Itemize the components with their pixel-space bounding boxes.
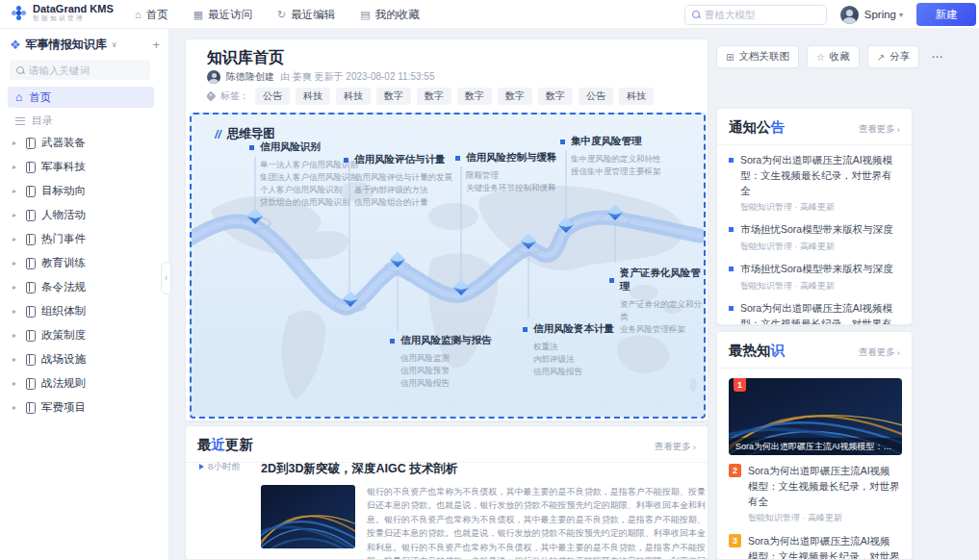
bullet-icon xyxy=(609,278,614,283)
hot-feature-caption: Sora为何出道即碾压主流AI视频模型：文生视频最... xyxy=(729,438,902,455)
sidebar-item-target-trends[interactable]: ▸目标动向 xyxy=(0,179,169,203)
tag-chip[interactable]: 公告 xyxy=(255,88,290,105)
rank-badge: 2 xyxy=(729,464,741,477)
sidebar-item-battlefield[interactable]: ▸战场设施 xyxy=(0,347,169,371)
tag-chip[interactable]: 数字 xyxy=(417,88,451,105)
sidebar-search[interactable] xyxy=(10,60,150,80)
more-button[interactable]: ⋯ xyxy=(927,45,947,68)
caret-icon[interactable]: ▸ xyxy=(13,163,20,171)
nav-home[interactable]: ⌂ 首页 xyxy=(135,8,168,22)
bullet-icon xyxy=(249,145,254,150)
rank-badge: 1 xyxy=(734,378,746,392)
notices-see-more[interactable]: 查看更多› xyxy=(859,123,900,136)
sidebar-collapse-button[interactable]: ‹ xyxy=(161,262,171,294)
bullet-icon xyxy=(560,140,565,144)
mindmap-topic[interactable]: 信用风险识别 单一法人客户信用风险识别 集团法人客户信用风险识别 个人客户信用风… xyxy=(249,140,358,209)
mindmap-topic[interactable]: 信用风险资本计量 权重法 内部评级法 信用风险报告 xyxy=(523,322,614,378)
caret-icon[interactable]: ▸ xyxy=(13,379,20,388)
nav-recent-visited[interactable]: ▦ 最近访问 xyxy=(193,8,252,22)
caret-icon[interactable]: ▸ xyxy=(13,259,20,267)
user-menu-chevron-icon[interactable]: ▾ xyxy=(899,11,903,19)
caret-icon[interactable]: ▸ xyxy=(13,403,20,412)
hot-header: 最热知识 查看更多› xyxy=(717,332,912,369)
sidebar-tree: ▸武器装备 ▸军事科技 ▸目标动向 ▸人物活动 ▸热门事件 ▸教育训练 ▸条令法… xyxy=(0,131,169,420)
sidebar-item-military-tech[interactable]: ▸军事科技 xyxy=(0,155,169,179)
hot-feature-thumbnail[interactable]: 1 Sora为何出道即碾压主流AI视频模型：文生视频最... xyxy=(729,378,902,455)
page-title: 知识库首页 xyxy=(207,48,284,68)
chevron-right-icon: › xyxy=(897,124,900,135)
rank-badge: 3 xyxy=(729,534,741,547)
sidebar-item-organization[interactable]: ▸组织体制 xyxy=(0,299,169,323)
nav-recent-edited[interactable]: ↻ 最近编辑 xyxy=(277,8,335,22)
notice-item[interactable]: 市场担忧Sora模型带来版权与深度智能知识管理 · 高峰更新 xyxy=(729,262,900,293)
nav-favorites[interactable]: ▤ 我的收藏 xyxy=(360,8,419,22)
tag-chip[interactable]: 数字 xyxy=(498,88,532,105)
hot-see-more[interactable]: 查看更多› xyxy=(859,346,900,359)
tag-chip[interactable]: 科技 xyxy=(296,88,330,105)
workspace-add-button[interactable]: + xyxy=(152,38,160,52)
recent-item-thumbnail[interactable] xyxy=(261,485,355,548)
notice-item[interactable]: 市场担忧Sora模型带来版权与深度智能知识管理 · 高峰更新 xyxy=(729,222,900,253)
mindmap-panel[interactable]: // 思维导图 xyxy=(190,113,706,419)
search-icon xyxy=(16,66,24,74)
sidebar-item-budget[interactable]: ▸军费项目 xyxy=(0,395,169,420)
bullet-icon xyxy=(729,227,734,232)
mindmap-topic[interactable]: 信用风险监测与报告 信用风险监测 信用风险预警 信用风险报告 xyxy=(390,334,492,390)
new-button[interactable]: 新建 xyxy=(916,3,976,26)
notice-item[interactable]: Sora为何出道即碾压主流AI视频模型：文生视频最长纪录，对世界有全智能知识管理… xyxy=(729,301,900,325)
recent-item-time: 8小时前 xyxy=(208,461,241,473)
tag-chip[interactable]: 数字 xyxy=(538,88,573,105)
mindmap-topic[interactable]: 资产证券化风险管理 资产证券化的定义和分类 业务风险管理框架 xyxy=(609,267,704,336)
tag-chip[interactable]: 数字 xyxy=(376,88,411,105)
user-avatar[interactable] xyxy=(840,6,859,24)
caret-icon[interactable]: ▸ xyxy=(13,139,20,147)
bullet-icon xyxy=(390,339,395,344)
doc-graph-button[interactable]: ⊞ 文档关联图 xyxy=(716,45,799,68)
hot-item[interactable]: 3 Sora为何出道即碾压主流AI视频模型：文生视频最长纪录，对世界有全智能知识… xyxy=(729,534,900,560)
caret-icon[interactable]: ▸ xyxy=(13,211,20,219)
tag-icon xyxy=(205,90,216,101)
sidebar-item-hot-events[interactable]: ▸热门事件 xyxy=(0,227,169,251)
workspace-cube-icon: ❖ xyxy=(10,38,21,52)
notice-item[interactable]: Sora为何出道即碾压主流AI视频模型：文生视频最长纪录，对世界有全智能知识管理… xyxy=(729,153,900,214)
nav-home-label: 首页 xyxy=(146,8,168,22)
sidebar-item-tactics[interactable]: ▸战法规则 xyxy=(0,371,169,395)
tag-chip[interactable]: 数字 xyxy=(457,88,492,105)
sidebar-item-home[interactable]: ⌂ 首页 xyxy=(8,87,154,108)
sidebar-item-person-activity[interactable]: ▸人物活动 xyxy=(0,203,169,227)
share-button[interactable]: ↗ 分享 xyxy=(867,45,919,68)
global-search[interactable] xyxy=(684,5,827,25)
tags-label: 标签： xyxy=(220,89,249,103)
notices-list: Sora为何出道即碾压主流AI视频模型：文生视频最长纪录，对世界有全智能知识管理… xyxy=(717,145,912,325)
workspace-switcher[interactable]: ❖ 军事情报知识库 ∨ + xyxy=(10,37,160,53)
creator-name: 陈德隆创建 xyxy=(226,70,274,84)
global-search-input[interactable] xyxy=(705,9,811,20)
hot-item[interactable]: 2 Sora为何出道即碾压主流AI视频模型：文生视频最长纪录，对世界有全智能知识… xyxy=(729,464,900,524)
sidebar-item-weapons[interactable]: ▸武器装备 xyxy=(0,131,169,155)
caret-icon[interactable]: ▸ xyxy=(13,283,20,292)
caret-icon[interactable]: ▸ xyxy=(13,355,20,364)
recent-item: 8小时前 2D到3D新突破，深度AIGC 技术剖析 xyxy=(199,461,706,560)
caret-icon[interactable]: ▸ xyxy=(13,187,20,195)
tag-chip[interactable]: 科技 xyxy=(619,88,654,105)
sidebar-item-policy[interactable]: ▸政策制度 xyxy=(0,323,169,347)
app-logo: DataGrand KMS 智能知识管理 xyxy=(12,3,114,23)
mindmap-header: // 思维导图 xyxy=(215,126,275,142)
sidebar-search-input[interactable] xyxy=(29,64,135,76)
caret-icon[interactable]: ▸ xyxy=(13,235,20,243)
sidebar-directory-header[interactable]: 目录 xyxy=(15,114,53,128)
recent-item-title[interactable]: 2D到3D新突破，深度AIGC 技术剖析 xyxy=(261,461,706,477)
tag-chip[interactable]: 公告 xyxy=(579,88,613,105)
mindmap-topic[interactable]: 集中度风险管理 集中度风险的定义和特性 授信集中度管理主要框架 xyxy=(560,135,661,178)
recent-see-more[interactable]: 查看更多› xyxy=(655,441,696,453)
favorite-button[interactable]: ☆ 收藏 xyxy=(807,45,860,68)
caret-icon[interactable]: ▸ xyxy=(13,331,20,340)
sidebar-item-regulations[interactable]: ▸条令法规 xyxy=(0,275,169,299)
caret-icon[interactable]: ▸ xyxy=(13,307,20,316)
mindmap-topic[interactable]: 信用风险评估与计量 信用风险评估与计量的发展 基于内部评级的方法 信用风险组合的… xyxy=(344,153,452,209)
mindmap-topic[interactable]: 信用风险控制与缓释 限额管理 关键业务环节控制和缓释 xyxy=(455,151,557,194)
doc-actions: ⊞ 文档关联图 ☆ 收藏 ↗ 分享 ⋯ xyxy=(716,45,947,68)
tag-chip[interactable]: 科技 xyxy=(336,88,371,105)
user-name[interactable]: Spring xyxy=(864,9,896,20)
sidebar-item-education[interactable]: ▸教育训练 xyxy=(0,251,169,275)
